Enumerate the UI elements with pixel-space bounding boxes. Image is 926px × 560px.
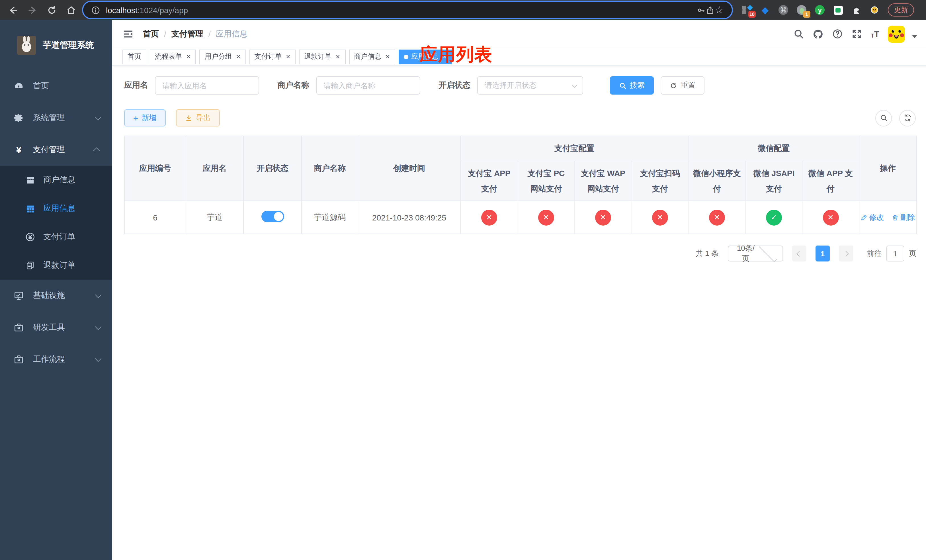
- cell-wechat-jsapi: [746, 201, 802, 234]
- reset-button[interactable]: 重置: [661, 76, 705, 95]
- y-glyph: y: [815, 5, 825, 15]
- sidebar-item-payment[interactable]: ¥ 支付管理: [0, 134, 112, 166]
- sidebar: 芋道管理系统 首页 系统管理 ¥ 支付管理: [0, 20, 112, 560]
- tag-tab-user-group[interactable]: 用户分组: [200, 49, 246, 64]
- monitor-chart-icon: [14, 291, 24, 301]
- tag-tab-merchant-info[interactable]: 商户信息: [349, 49, 395, 64]
- app-name-input[interactable]: [155, 76, 259, 95]
- sidebar-item-infrastructure[interactable]: 基础设施: [0, 280, 112, 312]
- sidebar-item-label: 支付订单: [43, 232, 75, 242]
- extension-grid-icon[interactable]: ◆ 10: [742, 5, 752, 15]
- sidebar-item-label: 工作流程: [33, 354, 65, 365]
- app: 芋道管理系统 首页 系统管理 ¥ 支付管理: [0, 20, 926, 560]
- search-button[interactable]: 搜索: [610, 76, 654, 95]
- home-icon[interactable]: [66, 5, 76, 15]
- chevron-down-icon: [95, 292, 101, 298]
- close-icon[interactable]: [186, 54, 191, 59]
- sidebar-item-merchant-info[interactable]: 商户信息: [0, 166, 112, 194]
- status-toggle[interactable]: [261, 211, 284, 222]
- close-icon[interactable]: [236, 54, 241, 59]
- extension-command-icon[interactable]: ⌘: [779, 5, 788, 15]
- close-icon[interactable]: [336, 54, 340, 59]
- page-number-1[interactable]: 1: [816, 245, 830, 262]
- font-size-icon[interactable]: TT: [870, 29, 879, 39]
- password-key-icon[interactable]: [696, 5, 706, 15]
- sidebar-item-label: 研发工具: [33, 322, 65, 333]
- grid-table-icon: [25, 203, 35, 213]
- next-page-button[interactable]: [839, 245, 853, 262]
- disabled-status-icon: [823, 209, 838, 225]
- merchant-name-input[interactable]: [316, 76, 420, 95]
- extension-chat-icon[interactable]: [833, 5, 843, 15]
- close-icon[interactable]: [286, 54, 291, 59]
- sidebar-logo-row[interactable]: 芋道管理系统: [0, 20, 112, 70]
- breadcrumb-separator: /: [209, 29, 211, 38]
- breadcrumb: 首页 / 支付管理 / 应用信息: [143, 29, 248, 39]
- avatar-caret-icon[interactable]: [912, 35, 917, 38]
- sidebar-item-home[interactable]: 首页: [0, 70, 112, 102]
- status-select[interactable]: 请选择开启状态: [477, 76, 583, 95]
- goto-label: 前往: [867, 248, 882, 259]
- tag-tab-process-form[interactable]: 流程表单: [150, 49, 196, 64]
- fullscreen-icon[interactable]: [851, 29, 862, 39]
- page-size-select[interactable]: 10条/页: [728, 245, 783, 262]
- help-icon[interactable]: [832, 29, 843, 39]
- collapse-sidebar-icon[interactable]: [123, 28, 134, 39]
- prev-page-button[interactable]: [792, 245, 806, 262]
- sidebar-item-workflow[interactable]: 工作流程: [0, 344, 112, 375]
- sidebar-item-system[interactable]: 系统管理: [0, 102, 112, 134]
- sidebar-item-pay-orders[interactable]: 支付订单: [0, 223, 112, 251]
- close-icon[interactable]: [385, 54, 390, 59]
- disabled-status-icon: [652, 209, 668, 225]
- extension-kite-icon[interactable]: ◆: [760, 5, 770, 15]
- user-avatar[interactable]: [888, 25, 905, 42]
- reload-icon[interactable]: [47, 5, 57, 15]
- github-icon[interactable]: [813, 29, 823, 39]
- sidebar-item-dev-tools[interactable]: 研发工具: [0, 312, 112, 344]
- add-button[interactable]: + 新增: [124, 109, 166, 127]
- url-text[interactable]: localhost:1024/pay/app: [106, 5, 188, 15]
- back-icon[interactable]: [8, 5, 18, 15]
- sidebar-item-refund-orders[interactable]: 退款订单: [0, 251, 112, 280]
- app-logo: [17, 36, 36, 54]
- cell-status: [244, 201, 301, 234]
- app-header: 首页 / 支付管理 / 应用信息 应用列表: [112, 20, 926, 48]
- tag-tab-home[interactable]: 首页: [123, 49, 146, 64]
- breadcrumb-payment[interactable]: 支付管理: [171, 29, 203, 39]
- delete-link[interactable]: 删除: [892, 212, 915, 222]
- url-bar[interactable]: localhost:1024/pay/app ☆: [83, 2, 732, 18]
- breadcrumb-home[interactable]: 首页: [143, 29, 159, 39]
- tag-tab-pay-orders[interactable]: 支付订单: [250, 49, 296, 64]
- export-button[interactable]: 导出: [176, 109, 220, 127]
- url-host: localhost: [106, 5, 138, 15]
- active-dot: [404, 54, 409, 59]
- col-wechat-jsapi: 微信 JSAPI 支付: [746, 161, 802, 201]
- sidebar-item-label: 系统管理: [33, 113, 65, 123]
- extension-y-icon[interactable]: y: [815, 5, 825, 15]
- tag-tab-refund-orders[interactable]: 退款订单: [299, 49, 345, 64]
- toggle-search-button[interactable]: [875, 110, 892, 126]
- col-wechat-mini: 微信小程序支付: [688, 161, 746, 201]
- cell-alipay-app: [460, 201, 518, 234]
- cell-created: 2021-10-23 08:49:25: [358, 201, 460, 234]
- forward-icon[interactable]: [27, 5, 38, 15]
- enabled-status-icon: [766, 209, 782, 225]
- edit-link[interactable]: 修改: [861, 212, 884, 222]
- bookmark-star-icon[interactable]: ☆: [715, 5, 724, 15]
- col-created: 创建时间: [358, 136, 460, 201]
- search-icon[interactable]: [793, 29, 804, 39]
- puzzle-extensions-icon[interactable]: [851, 5, 861, 15]
- main-area: 首页 / 支付管理 / 应用信息 应用列表: [112, 20, 926, 560]
- app-table: 应用编号 应用名 开启状态 商户名称 创建时间 支付宝配置 微信配置 操作 支付…: [124, 136, 917, 234]
- edit-icon: [861, 214, 867, 221]
- goto-page-input[interactable]: [886, 245, 904, 262]
- add-button-label: 新增: [142, 113, 157, 123]
- extension-avatar-icon[interactable]: 1: [797, 5, 806, 15]
- profile-avatar-icon[interactable]: [870, 5, 879, 15]
- browser-update-button[interactable]: 更新: [888, 3, 914, 17]
- refresh-table-button[interactable]: [899, 110, 916, 126]
- info-icon[interactable]: [91, 5, 100, 15]
- share-icon[interactable]: [706, 5, 715, 15]
- cell-alipay-qr: [632, 201, 688, 234]
- sidebar-item-app-info[interactable]: 应用信息: [0, 194, 112, 223]
